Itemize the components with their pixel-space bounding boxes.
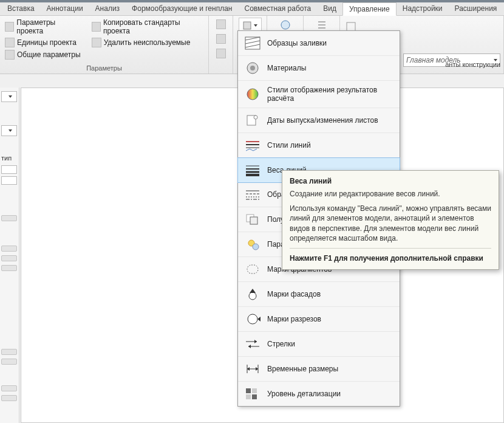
arrowheads-icon: [244, 337, 261, 351]
purge-unused-button[interactable]: Удалить неиспользуемые: [90, 37, 205, 48]
line-weights-icon: [244, 163, 261, 177]
transfer-standards-button[interactable]: Копировать стандарты проекта: [90, 18, 205, 36]
project-parameters-icon: [5, 22, 14, 32]
tooltip-title: Веса линий: [290, 177, 491, 185]
project-units-button[interactable]: Единицы проекта: [4, 37, 82, 48]
menu-label: Марки разрезов: [267, 315, 321, 323]
shared-parameters-button[interactable]: Общие параметры: [4, 49, 82, 60]
menu-label: Стили линий: [267, 141, 311, 150]
properties-palette-collapsed: тип: [0, 88, 19, 423]
menu-label: Уровень детализации: [267, 390, 341, 398]
sidebar-cell-2[interactable]: [1, 176, 17, 185]
tab-manage[interactable]: Управление: [342, 2, 397, 16]
ribbon-small-btn-1[interactable]: [213, 18, 230, 31]
label: Удалить неиспользуемые: [104, 38, 191, 47]
ribbon-small-btn-3[interactable]: [213, 47, 230, 60]
design-options-label-partial: анты конструкции: [445, 61, 500, 68]
tab-collaborate[interactable]: Совместная работа: [238, 2, 317, 15]
svg-rect-30: [247, 265, 258, 273]
menu-analysis-display[interactable]: Стили отображения результатов расчёта: [238, 81, 400, 108]
svg-rect-47: [252, 394, 257, 399]
menu-line-styles[interactable]: Стили линий: [238, 133, 400, 158]
svg-point-31: [249, 292, 256, 300]
menu-label: Материалы: [267, 64, 306, 72]
svg-marker-32: [250, 289, 256, 293]
tooltip-line2: Используя команду "Веса линий", можно уп…: [290, 204, 491, 243]
menu-arrowheads[interactable]: Стрелки: [238, 332, 400, 357]
tooltip-line1: Создание или редактирование весов линий.: [290, 189, 491, 199]
menu-label: Образцы заливки: [267, 39, 327, 47]
generic-icon: [216, 49, 226, 58]
svg-marker-34: [257, 317, 261, 322]
ribbon-small-btn-2[interactable]: [213, 32, 230, 46]
svg-marker-42: [247, 367, 250, 371]
svg-rect-27: [250, 217, 257, 224]
menu-fill-patterns[interactable]: Образцы заливки: [238, 31, 400, 56]
sidebar-dropdown-2[interactable]: [1, 125, 17, 136]
svg-point-33: [248, 314, 257, 324]
chevron-down-icon: [9, 95, 12, 98]
section-tags-icon: [244, 312, 261, 326]
label: Единицы проекта: [17, 38, 77, 47]
project-units-icon: [5, 38, 15, 47]
svg-rect-5: [347, 22, 355, 31]
sidebar-splitter-8[interactable]: [1, 395, 17, 401]
menu-detail-level[interactable]: Уровень детализации: [238, 382, 400, 406]
transfer-standards-icon: [92, 22, 101, 32]
tab-view[interactable]: Вид: [317, 2, 342, 15]
menu-elevation-tags[interactable]: Марки фасадов: [238, 282, 400, 307]
analysis-display-icon: [244, 87, 261, 101]
chevron-down-icon: [9, 129, 12, 132]
tab-massing[interactable]: Формообразующие и генплан: [126, 2, 238, 15]
sun-icon: [244, 237, 261, 252]
sidebar-splitter-3[interactable]: [1, 255, 17, 261]
tab-analyze[interactable]: Анализ: [89, 2, 126, 15]
svg-marker-38: [248, 345, 251, 348]
sidebar-splitter-4[interactable]: [1, 265, 17, 271]
sidebar-splitter-5[interactable]: [1, 349, 17, 355]
sidebar-cell-1[interactable]: [1, 165, 17, 174]
tab-addins[interactable]: Надстройки: [397, 2, 449, 15]
svg-marker-36: [254, 340, 257, 343]
label: Общие параметры: [17, 50, 81, 59]
detail-level-icon: [244, 387, 261, 401]
svg-marker-43: [256, 367, 258, 371]
project-parameters-button[interactable]: Параметры проекта: [4, 18, 82, 36]
elevation-tags-icon: [244, 287, 261, 301]
label: Параметры проекта: [16, 18, 80, 35]
temp-dims-icon: [244, 362, 261, 376]
tab-annotate[interactable]: Аннотации: [41, 2, 89, 15]
sheet-dates-icon: [244, 113, 261, 128]
sidebar-splitter-1[interactable]: [1, 215, 17, 221]
menu-materials[interactable]: Материалы: [238, 56, 400, 81]
menu-label: Марки фасадов: [267, 290, 321, 298]
svg-rect-0: [243, 22, 251, 29]
materials-icon: [244, 61, 261, 75]
chevron-down-icon: [254, 24, 257, 27]
sidebar-splitter-2[interactable]: [1, 246, 17, 252]
menu-section-tags[interactable]: Марки разрезов: [238, 307, 400, 332]
sidebar-splitter-7[interactable]: [1, 385, 17, 391]
tooltip-help: Нажмите F1 для получения дополнительной …: [290, 253, 491, 263]
menu-label: Даты выпуска/изменения листов: [267, 116, 378, 125]
tab-insert[interactable]: Вставка: [1, 2, 41, 15]
callout-tags-icon: [244, 262, 261, 277]
shared-parameters-icon: [5, 50, 15, 60]
sidebar-splitter-6[interactable]: [1, 359, 17, 365]
tooltip-line-weights: Веса линий Создание или редактирование в…: [282, 170, 499, 270]
settings-wrench-icon: [242, 21, 252, 30]
menu-temp-dimensions[interactable]: Временные размеры: [238, 357, 400, 382]
menu-sheet-dates[interactable]: Даты выпуска/изменения листов: [238, 108, 400, 133]
svg-point-14: [254, 115, 257, 119]
svg-point-1: [281, 21, 290, 29]
svg-point-11: [250, 66, 255, 70]
hatch-icon: [244, 36, 261, 50]
globe-icon: [280, 19, 291, 30]
sidebar-dropdown-1[interactable]: [1, 91, 17, 102]
ribbon-tabstrip: Вставка Аннотации Анализ Формообразующие…: [0, 2, 504, 16]
tab-extensions[interactable]: Расширения: [449, 2, 503, 15]
halftone-icon: [244, 212, 261, 227]
generic-icon: [216, 19, 226, 29]
ribbon-group-label-parameters: Параметры: [4, 63, 205, 72]
sidebar-label-tip: тип: [1, 154, 12, 162]
